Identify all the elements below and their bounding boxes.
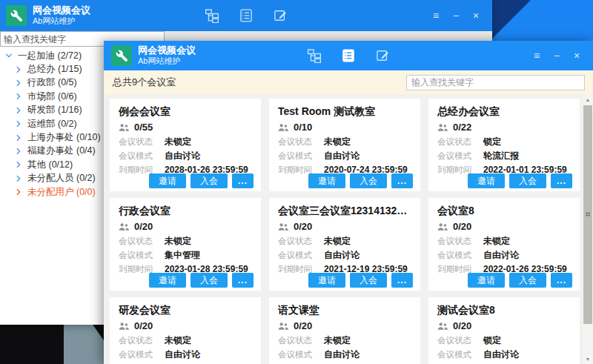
menu-icon[interactable]: ≡	[529, 48, 544, 63]
room-name: Test Room 测试教室	[278, 105, 411, 118]
mode-row: 会议模式 自由讨论	[278, 251, 411, 260]
chevron-right-icon[interactable]	[16, 106, 25, 115]
app-title: 网会视频会议	[33, 5, 90, 16]
chevron-right-icon[interactable]	[16, 133, 25, 142]
meeting-room-card: 行政会议室 0/20 会议状态 未锁定 会议模式 集中管理 到期时间 2023-…	[110, 198, 261, 291]
room-name: 研发会议室	[119, 303, 252, 317]
status-value: 未锁定	[324, 236, 351, 246]
more-button[interactable]: ...	[391, 273, 413, 288]
close-button[interactable]: ×	[468, 8, 483, 23]
participants-icon	[278, 322, 289, 331]
participant-count: 0/20	[294, 221, 312, 232]
minimize-button[interactable]: −	[448, 8, 463, 23]
meeting-room-card: 会议室三会议室123141324141三会... 0/20 会议状态 未锁定 会…	[269, 198, 420, 291]
status-label: 会议状态	[278, 336, 324, 345]
room-search-input[interactable]	[406, 75, 585, 90]
org-chart-icon[interactable]	[306, 47, 322, 64]
desktop-wallpaper-right	[489, 0, 593, 44]
status-row: 会议状态 未锁定	[278, 236, 411, 246]
mode-row: 会议模式 自由讨论	[119, 151, 252, 161]
invite-button[interactable]: 邀请	[468, 173, 505, 188]
status-label: 会议状态	[437, 336, 483, 345]
chevron-right-icon[interactable]	[16, 65, 25, 74]
status-row: 会议状态 未锁定	[278, 137, 411, 147]
room-list-content: 例会会议室 0/55 会议状态 未锁定 会议模式 自由讨论 到期时间 2028-…	[104, 94, 593, 364]
status-row: 会议状态 未锁定	[437, 236, 571, 246]
more-button[interactable]: ...	[551, 273, 572, 288]
more-button[interactable]: ...	[232, 273, 254, 288]
room-list-icon[interactable]	[238, 7, 254, 24]
invite-button[interactable]: 邀请	[149, 173, 186, 188]
join-button[interactable]: 入会	[509, 173, 546, 188]
vertical-scrollbar[interactable]: ▲ ▼	[583, 94, 593, 364]
chevron-right-icon[interactable]	[16, 160, 25, 169]
meeting-room-card: 例会会议室 0/55 会议状态 未锁定 会议模式 自由讨论 到期时间 2028-…	[110, 99, 261, 191]
edit-icon[interactable]	[272, 7, 288, 24]
app-title: 网会视频会议	[138, 45, 196, 56]
mode-row: 会议模式 自由讨论	[119, 350, 252, 360]
room-name: 语文课堂	[278, 303, 411, 317]
chevron-right-icon[interactable]	[16, 174, 25, 183]
more-button[interactable]: ...	[551, 173, 572, 188]
app-subtitle: Ab网站维护	[138, 56, 196, 66]
card-actions: 邀请 入会 ...	[308, 273, 413, 288]
join-button[interactable]: 入会	[350, 273, 387, 288]
card-actions: 邀请 入会 ...	[468, 273, 572, 288]
join-button[interactable]: 入会	[191, 173, 228, 188]
mode-value: 自由讨论	[324, 350, 360, 360]
chevron-right-icon[interactable]	[16, 147, 25, 156]
mode-value: 自由讨论	[324, 151, 360, 161]
join-button[interactable]: 入会	[350, 173, 387, 188]
room-name: 行政会议室	[119, 204, 252, 217]
participants-icon	[119, 222, 130, 231]
mode-label: 会议模式	[278, 251, 324, 260]
mode-label: 会议模式	[437, 350, 483, 360]
chevron-right-icon[interactable]	[16, 79, 25, 87]
scrollbar-grip-icon	[586, 212, 590, 218]
chevron-right-icon[interactable]	[6, 51, 16, 60]
participant-count-row: 0/10	[278, 122, 411, 133]
meeting-room-card: 总经办会议室 0/22 会议状态 锁定 会议模式 轮流汇报 到期时间 2022-…	[428, 99, 580, 191]
room-count-summary: 总共9个会议室	[113, 76, 176, 89]
scroll-up-icon[interactable]: ▲	[583, 94, 593, 105]
wrench-icon	[10, 10, 23, 22]
invite-button[interactable]: 邀请	[468, 273, 505, 288]
participants-icon	[278, 123, 289, 132]
chevron-right-icon[interactable]	[16, 188, 25, 196]
mode-row: 会议模式 自由讨论	[437, 251, 571, 260]
scrollbar-thumb[interactable]	[583, 105, 592, 324]
invite-button[interactable]: 邀请	[308, 273, 345, 288]
participants-icon	[437, 123, 448, 132]
invite-button[interactable]: 邀请	[149, 273, 186, 288]
invite-button[interactable]: 邀请	[308, 173, 345, 188]
mode-row: 会议模式 自由讨论	[278, 350, 411, 360]
join-button[interactable]: 入会	[191, 273, 228, 288]
more-button[interactable]: ...	[232, 173, 254, 188]
org-chart-icon[interactable]	[204, 7, 220, 24]
participant-count-row: 0/20	[437, 320, 571, 331]
card-actions: 邀请 入会 ...	[468, 173, 572, 188]
chevron-right-icon[interactable]	[16, 119, 25, 128]
room-name: 测试会议室8	[437, 303, 571, 317]
room-name: 例会会议室	[119, 105, 252, 118]
status-row: 会议状态 锁定	[437, 137, 571, 147]
minimize-button[interactable]: −	[549, 48, 564, 63]
mode-label: 会议模式	[278, 151, 324, 161]
participant-count: 0/20	[453, 320, 471, 331]
status-row: 会议状态 未锁定	[278, 336, 411, 345]
participants-icon	[119, 123, 130, 132]
app-logo	[6, 5, 27, 26]
tree-item-label: 运维部 (0/2)	[27, 118, 77, 130]
room-list-icon-active[interactable]	[340, 47, 357, 64]
join-button[interactable]: 入会	[509, 273, 546, 288]
status-label: 会议状态	[119, 236, 165, 246]
desktop-wallpaper-bottom-left	[0, 324, 105, 364]
close-button[interactable]: ×	[569, 48, 584, 63]
status-row: 会议状态 未锁定	[119, 236, 252, 246]
scroll-down-icon[interactable]: ▼	[583, 354, 593, 364]
more-button[interactable]: ...	[391, 173, 413, 188]
tree-item-label: 福建办事处 (0/4)	[27, 145, 96, 157]
chevron-right-icon[interactable]	[16, 92, 25, 101]
menu-icon[interactable]: ≡	[428, 8, 443, 23]
edit-icon[interactable]	[374, 47, 391, 64]
